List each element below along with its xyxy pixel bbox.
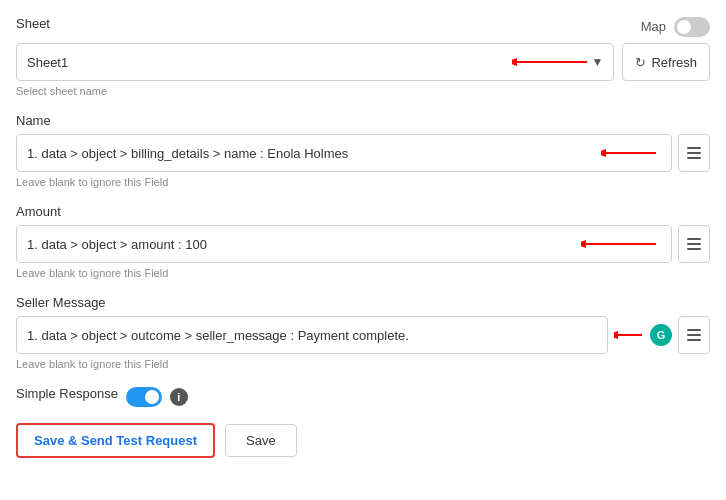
name-red-arrow [601,143,661,163]
map-toggle-row: Map [641,17,710,37]
seller-message-hint: Leave blank to ignore this Field [16,358,710,370]
name-input-text: 1. data > object > billing_details > nam… [27,146,601,161]
seller-message-menu-button[interactable] [678,316,710,354]
map-label: Map [641,19,666,34]
amount-input-box[interactable]: 1. data > object > amount : 100 [16,225,672,263]
amount-section: Amount 1. data > object > amount : 100 L… [16,204,710,279]
sheet-select-value: Sheet1 [27,55,512,70]
refresh-button[interactable]: ↻ Refresh [622,43,710,81]
amount-red-arrow [581,234,661,254]
simple-response-row: Simple Response i [16,386,710,407]
amount-label: Amount [16,204,710,219]
amount-input-text: 1. data > object > amount : 100 [27,237,581,252]
sheet-input-row: Sheet1 ▼ ↻ Refresh [16,43,710,81]
name-menu-icon [687,147,701,159]
refresh-icon: ↻ [635,55,646,70]
amount-menu-icon [687,238,701,250]
sheet-red-arrow [512,52,592,72]
name-section: Name 1. data > object > billing_details … [16,113,710,188]
name-input-box[interactable]: 1. data > object > billing_details > nam… [16,134,672,172]
seller-message-input-box[interactable]: 1. data > object > outcome > seller_mess… [16,316,608,354]
sheet-header-row: Sheet Map [16,16,710,37]
sheet-hint: Select sheet name [16,85,710,97]
name-label: Name [16,113,710,128]
sheet-section: Sheet Map Sheet1 ▼ ↻ Re [16,16,710,97]
sheet-label: Sheet [16,16,50,31]
sheet-dropdown-arrow[interactable]: ▼ [592,55,604,69]
simple-response-toggle[interactable] [126,387,162,407]
refresh-label: Refresh [651,55,697,70]
sheet-select-wrapper[interactable]: Sheet1 ▼ [16,43,614,81]
map-toggle[interactable] [674,17,710,37]
amount-menu-button[interactable] [678,225,710,263]
send-test-button[interactable]: Save & Send Test Request [16,423,215,458]
amount-field-row: 1. data > object > amount : 100 [16,225,710,263]
g-icon-button[interactable]: G [650,324,672,346]
name-menu-button[interactable] [678,134,710,172]
info-icon[interactable]: i [170,388,188,406]
simple-response-label: Simple Response [16,386,118,401]
seller-message-menu-icon [687,329,701,341]
amount-hint: Leave blank to ignore this Field [16,267,710,279]
save-button[interactable]: Save [225,424,297,457]
seller-message-label: Seller Message [16,295,710,310]
seller-message-field-row: 1. data > object > outcome > seller_mess… [16,316,710,354]
seller-message-section: Seller Message 1. data > object > outcom… [16,295,710,370]
buttons-row: Save & Send Test Request Save [16,423,710,458]
map-toggle-slider [674,17,710,37]
seller-message-input-text: 1. data > object > outcome > seller_mess… [27,328,597,343]
name-field-row: 1. data > object > billing_details > nam… [16,134,710,172]
simple-response-toggle-slider [126,387,162,407]
seller-message-red-arrow [614,323,644,347]
name-hint: Leave blank to ignore this Field [16,176,710,188]
